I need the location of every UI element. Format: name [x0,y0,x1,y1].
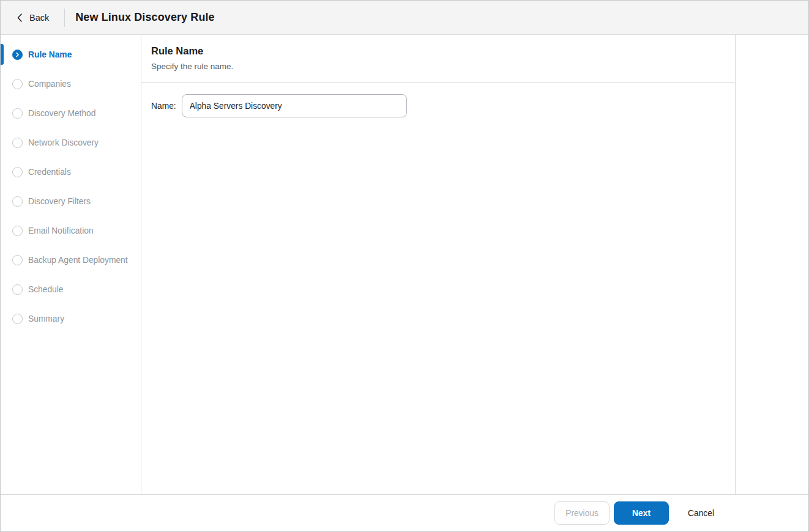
step-status-icon [12,79,23,89]
cancel-button[interactable]: Cancel [688,501,714,525]
step-label: Discovery Method [28,109,95,118]
rule-name-row: Name: [151,94,725,117]
active-step-indicator [1,44,4,65]
wizard-step-network-discovery[interactable]: Network Discovery [1,128,141,157]
wizard-body: Rule Name Companies Discovery Method Net… [1,35,808,494]
step-label: Email Notification [28,226,94,235]
step-status-icon [12,226,23,236]
form-area: Name: [141,83,735,129]
wizard-step-discovery-filters[interactable]: Discovery Filters [1,187,141,216]
previous-button[interactable]: Previous [554,501,610,525]
step-label: Backup Agent Deployment [28,256,128,265]
next-button[interactable]: Next [614,501,669,525]
step-status-icon [12,50,23,60]
content-spacer [736,35,808,494]
back-button-label: Back [29,13,49,23]
step-status-icon [12,255,23,265]
content-pane: Rule Name Specify the rule name. Name: [141,35,736,494]
wizard-step-schedule[interactable]: Schedule [1,275,141,304]
section-header: Rule Name Specify the rule name. [141,35,735,83]
wizard-window: Back New Linux Discovery Rule Rule Name … [0,0,809,532]
wizard-step-rule-name[interactable]: Rule Name [1,40,141,69]
wizard-footer: Previous Next Cancel [1,494,808,531]
step-status-icon [12,108,23,119]
page-title: New Linux Discovery Rule [75,11,214,24]
wizard-step-summary[interactable]: Summary [1,304,141,333]
section-subtitle: Specify the rule name. [151,62,725,71]
wizard-step-backup-agent-deployment[interactable]: Backup Agent Deployment [1,245,141,275]
step-label: Companies [28,79,71,89]
step-status-icon [12,314,23,324]
rule-name-input[interactable] [182,94,407,117]
header-divider [64,9,65,27]
wizard-steps-sidebar: Rule Name Companies Discovery Method Net… [1,35,141,494]
wizard-content: Rule Name Specify the rule name. Name: [141,35,808,494]
step-label: Discovery Filters [28,197,91,206]
step-label: Rule Name [28,50,72,59]
step-label: Schedule [28,285,64,294]
wizard-step-credentials[interactable]: Credentials [1,157,141,187]
chevron-left-icon [17,13,23,23]
wizard-steps-list: Rule Name Companies Discovery Method Net… [1,40,141,333]
step-status-icon [12,167,23,177]
chevron-right-icon [15,52,20,57]
step-label: Summary [28,314,64,323]
step-label: Network Discovery [28,138,99,147]
wizard-step-discovery-method[interactable]: Discovery Method [1,98,141,128]
step-status-icon [12,196,23,207]
back-button[interactable]: Back [14,9,51,26]
step-status-icon [12,138,23,148]
section-title: Rule Name [151,45,725,57]
wizard-step-email-notification[interactable]: Email Notification [1,216,141,245]
step-status-icon [12,284,23,295]
wizard-header: Back New Linux Discovery Rule [1,1,808,35]
wizard-step-companies[interactable]: Companies [1,69,141,98]
rule-name-label: Name: [151,102,176,111]
step-label: Credentials [28,168,71,177]
